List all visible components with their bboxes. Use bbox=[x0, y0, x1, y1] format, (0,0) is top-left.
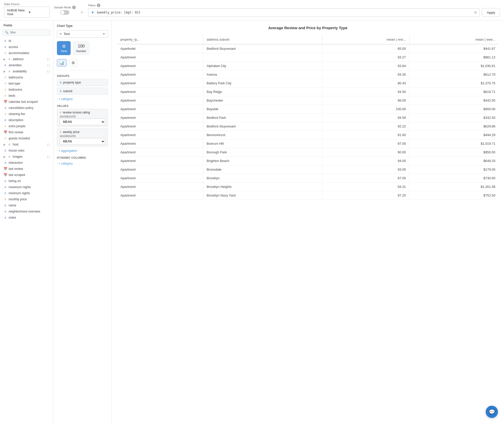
table-row: ApartmentBrighton Beach94.00$649.33 bbox=[117, 157, 499, 165]
field-item-address[interactable]: ▶Aaddress{ } bbox=[0, 56, 53, 62]
datasource-select[interactable]: AirBnB New York ▼ bbox=[4, 7, 50, 18]
field-item-bed-type[interactable]: #bed type bbox=[0, 80, 53, 87]
field-item-name[interactable]: Aname bbox=[0, 202, 53, 208]
datasource-section: Data Source AirBnB New York ▼ bbox=[4, 3, 50, 18]
cell-mean_wee: $900.00 bbox=[410, 105, 499, 113]
field-name-label: last review bbox=[9, 167, 23, 171]
bar-chart-icon-btn[interactable]: 📊 bbox=[57, 59, 67, 67]
field-name-label: id bbox=[9, 39, 11, 43]
field-type-icon: 📅 bbox=[4, 131, 7, 134]
agg-select[interactable]: MEAN SUM COUNT MIN MAX bbox=[60, 138, 105, 145]
cell-mean_wee: $179.00 bbox=[410, 165, 499, 174]
add-category-btn[interactable]: + category bbox=[57, 96, 108, 102]
field-name-label: neighborhood overview bbox=[9, 210, 40, 213]
search-input[interactable] bbox=[10, 31, 48, 34]
cell-property_ty: Apartment bbox=[117, 113, 203, 122]
cell-address_suburb: Bay Ridge bbox=[203, 88, 322, 96]
field-item-amenities[interactable]: Aamenities{ } bbox=[0, 62, 53, 68]
cell-address_suburb bbox=[203, 53, 322, 62]
group-tag-suburb[interactable]: A suburb bbox=[57, 88, 108, 95]
field-item-calendar-last-scraped[interactable]: 📅calendar last scraped bbox=[0, 99, 53, 105]
field-item-access[interactable]: Aaccess bbox=[0, 44, 53, 50]
field-name-label: name bbox=[9, 204, 16, 207]
field-type-icon: 📅 bbox=[4, 100, 7, 104]
agg-select[interactable]: MEAN SUM COUNT MIN MAX bbox=[60, 119, 105, 125]
apply-button[interactable]: Apply bbox=[482, 8, 500, 17]
field-item-description[interactable]: Adescription bbox=[0, 117, 53, 123]
search-field-container[interactable]: 🔍 bbox=[3, 29, 51, 36]
field-item-host[interactable]: ▶Ahost{ } bbox=[0, 141, 53, 148]
field-item-cancellation-policy[interactable]: Acancellation policy bbox=[0, 105, 53, 111]
filter-tag[interactable]: ▼ {weekly_price: {$gt: 0}} ✕ bbox=[88, 8, 480, 17]
cell-address_suburb: Baychester bbox=[203, 96, 322, 105]
field-type-icon: A bbox=[4, 210, 7, 213]
field-type-icon: # bbox=[4, 125, 7, 128]
cell-mean_revi: 87.00 bbox=[322, 174, 410, 183]
table-icon: ⊞ bbox=[62, 44, 66, 48]
field-item-beds[interactable]: #beds bbox=[0, 93, 53, 99]
field-type-icon: A bbox=[4, 180, 7, 183]
field-item-first-review[interactable]: 📅first review bbox=[0, 129, 53, 135]
cell-address_suburb: Brooklyn Heights bbox=[203, 183, 322, 191]
field-item-cleaning-fee[interactable]: #cleaning fee bbox=[0, 111, 53, 117]
col-header-mean_revi[interactable]: mean ( revi... bbox=[322, 35, 410, 44]
table-row: ApartmentBaychester96.00$442.50 bbox=[117, 96, 499, 105]
add-aggregation-btn[interactable]: + aggregation bbox=[57, 148, 108, 154]
filters-info-icon[interactable]: i bbox=[97, 4, 100, 7]
field-item-notes[interactable]: Anotes bbox=[0, 215, 53, 221]
sample-mode-info-icon[interactable]: i bbox=[72, 6, 76, 9]
sample-mode-toggle[interactable] bbox=[60, 10, 69, 15]
display-type-number-btn[interactable]: 100 Number bbox=[73, 41, 90, 55]
table-body: AparthotelBedford-Stuyvesant85.00$441.67… bbox=[117, 44, 499, 200]
field-item-accommodates[interactable]: #accommodates bbox=[0, 50, 53, 56]
field-item-house-rules[interactable]: Ahouse rules bbox=[0, 148, 53, 154]
field-item-interaction[interactable]: Ainteraction bbox=[0, 160, 53, 166]
field-item-id[interactable]: Aid bbox=[0, 38, 53, 44]
col-header-mean_wee[interactable]: mean ( wee... bbox=[410, 35, 499, 44]
cell-mean_revi: 93.27 bbox=[322, 53, 410, 62]
group-arrow-icon: ▶ bbox=[4, 58, 6, 61]
display-type-number-label: Number bbox=[76, 50, 86, 53]
field-item-maximum-nights[interactable]: Amaximum nights bbox=[0, 184, 53, 190]
group-arrow-icon: ▶ bbox=[4, 70, 6, 73]
col-header-property_ty[interactable]: property_ty... bbox=[117, 35, 203, 44]
value-tag-review-scores-rating: # review scores rating AGGREGATE MEAN SU… bbox=[57, 109, 108, 127]
fields-panel: Fields 🔍 AidAaccess#accommodates▶Aaddres… bbox=[0, 21, 53, 424]
field-item-bedrooms[interactable]: #bedrooms bbox=[0, 87, 53, 93]
field-type-icon: # bbox=[4, 94, 7, 97]
filter-icon: ▼ bbox=[91, 10, 94, 14]
arrow-separator: » bbox=[81, 10, 83, 14]
field-item-monthly-price[interactable]: #monthly price bbox=[0, 196, 53, 202]
table-row: AparthotelBedford-Stuyvesant85.00$441.67 bbox=[117, 44, 499, 53]
field-item-images[interactable]: ▶Aimages{ } bbox=[0, 154, 53, 160]
display-type-table-btn[interactable]: ⊞ Table bbox=[57, 41, 71, 55]
field-item-bathrooms[interactable]: #bathrooms bbox=[0, 74, 53, 80]
add-dynamic-category-btn[interactable]: + category bbox=[57, 161, 108, 166]
field-item-neighborhood-overview[interactable]: Aneighborhood overview bbox=[0, 208, 53, 215]
filter-clear-icon[interactable]: ✕ bbox=[474, 10, 477, 15]
field-item-last-review[interactable]: 📅last review bbox=[0, 166, 53, 172]
field-name-label: interaction bbox=[9, 161, 23, 165]
fields-header: Fields bbox=[0, 21, 53, 29]
datasource-label: Data Source bbox=[4, 3, 50, 6]
settings-icon-btn[interactable]: ⚙ bbox=[69, 59, 77, 67]
cell-mean_wee: $619.71 bbox=[410, 88, 499, 96]
cell-mean_revi: 94.00 bbox=[322, 157, 410, 165]
field-item-last-scraped[interactable]: 📅last scraped bbox=[0, 172, 53, 178]
field-item-guests-included[interactable]: #guests included bbox=[0, 135, 53, 141]
field-type-icon: A bbox=[4, 204, 7, 207]
cell-address_suburb: Bedford-Stuyvesant bbox=[203, 122, 322, 131]
field-item-listing-url[interactable]: Alisting url bbox=[0, 178, 53, 184]
col-header-address_suburb[interactable]: address.suburb bbox=[203, 35, 322, 44]
field-type-icon: # bbox=[4, 76, 7, 79]
field-item-extra-people[interactable]: #extra people bbox=[0, 123, 53, 129]
table-row: ApartmentBayside100.00$900.00 bbox=[117, 105, 499, 113]
field-item-availability[interactable]: ▶Aavailability{ } bbox=[0, 68, 53, 74]
cell-mean_wee: $1,030.91 bbox=[410, 62, 499, 70]
field-item-minimum-nights[interactable]: Aminimum nights bbox=[0, 190, 53, 196]
chat-button[interactable]: 💬 bbox=[486, 406, 498, 418]
chart-type-select[interactable]: ≡ Text ▼ bbox=[57, 30, 108, 38]
main-layout: Fields 🔍 AidAaccess#accommodates▶Aaddres… bbox=[0, 21, 504, 424]
group-tag-property-type[interactable]: A property type bbox=[57, 79, 108, 86]
field-name-label: first review bbox=[9, 131, 23, 134]
